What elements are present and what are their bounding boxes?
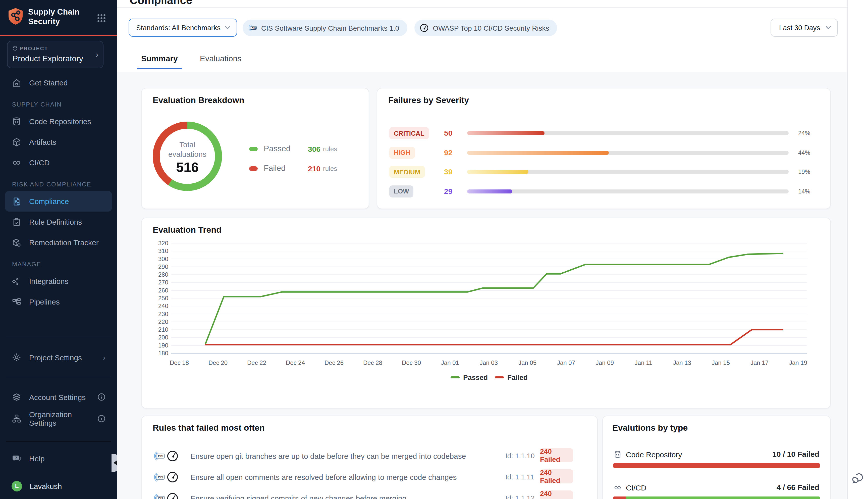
sidebar-item-integrations[interactable]: Integrations — [5, 271, 112, 291]
svg-text:Jan 19: Jan 19 — [789, 359, 807, 366]
card-title: Evaluation Trend — [153, 225, 222, 235]
sidebar-item-label: Code Repositories — [29, 117, 91, 126]
legend-swatch-failed — [249, 166, 258, 171]
sidebar-item-label: Rule Definitions — [29, 218, 82, 226]
cis-badge-icon: CIS — [248, 23, 257, 33]
donut-center-label: Total evaluations 516 — [150, 140, 225, 175]
svg-text:240: 240 — [158, 303, 168, 309]
legend-row-failed: Failed210rules — [249, 163, 337, 173]
svg-text:Jan 15: Jan 15 — [712, 359, 730, 366]
by-type-value: 10 / 10 Failed — [772, 450, 819, 458]
sidebar-section-label: MANAGE — [12, 261, 105, 268]
benchmark-chip-cis-software-supply-[interactable]: CISCIS Software Supply Chain Benchmarks … — [243, 20, 407, 36]
svg-text:300: 300 — [158, 256, 168, 262]
sidebar-divider — [6, 336, 111, 336]
pipelines-icon — [12, 297, 22, 307]
sidebar-item-ci-cd[interactable]: CI/CD — [5, 152, 112, 173]
svg-text:180: 180 — [158, 350, 168, 356]
header-divider — [117, 7, 848, 8]
card-rules-failed: Rules that failed most often CISEnsure o… — [141, 416, 598, 499]
sidebar-nav: Get StartedSUPPLY CHAINCode Repositories… — [5, 72, 112, 312]
chat-bubbles-icon[interactable] — [851, 472, 864, 485]
sidebar-item-account-settings[interactable]: Account Settings — [5, 387, 112, 406]
gear-icon — [12, 352, 22, 362]
sidebar-item-help[interactable]: ? Help — [5, 449, 112, 468]
svg-text:190: 190 — [158, 342, 168, 349]
by-type-bar-failed — [613, 463, 820, 468]
severity-percent: 44% — [798, 149, 810, 156]
severity-row-critical: CRITICAL5024% — [377, 126, 830, 140]
sidebar-item-label: Pipelines — [29, 297, 60, 306]
owasp-icon — [166, 492, 179, 499]
sidebar-user[interactable]: L Lavakush — [5, 476, 112, 496]
sidebar-item-code-repositories[interactable]: Code Repositories — [5, 111, 112, 132]
standards-filter-dropdown[interactable]: Standards: All Benchmarks — [128, 19, 237, 37]
sidebar-item-compliance[interactable]: Compliance — [5, 191, 112, 211]
svg-text:220: 220 — [158, 318, 168, 325]
svg-text:Failed: Failed — [507, 374, 528, 381]
svg-text:Dec 26: Dec 26 — [324, 359, 344, 366]
svg-text:CIS: CIS — [158, 454, 163, 458]
cis-badge-icon: CIS — [153, 492, 165, 499]
sidebar-item-project-settings[interactable]: Project Settings › — [5, 348, 112, 367]
card-failures-by-severity: Failures by Severity CRITICAL5024%HIGH92… — [377, 88, 831, 209]
sidebar-item-artifacts[interactable]: Artifacts — [5, 132, 112, 152]
tab-summary[interactable]: Summary — [141, 54, 178, 69]
rule-id: Id: 1.1.10 — [505, 452, 535, 460]
chip-label: OWASP Top 10 CI/CD Security Risks — [433, 24, 549, 32]
legend-swatch-passed — [249, 146, 258, 151]
rule-row-3[interactable]: CISEnsure verifying signed commits of ne… — [142, 490, 597, 499]
by-type-name: CI/CD — [626, 483, 646, 492]
date-range-dropdown[interactable]: Last 30 Days — [771, 19, 838, 37]
severity-bar-track — [467, 150, 789, 155]
sidebar-divider — [6, 376, 111, 376]
by-type-bar — [613, 463, 820, 468]
severity-count: 39 — [444, 167, 452, 176]
card-title: Failures by Severity — [388, 96, 469, 106]
project-selector[interactable]: PROJECT Product Exploratory › — [7, 41, 103, 68]
severity-percent: 19% — [798, 168, 810, 175]
svg-text:Jan 11: Jan 11 — [635, 359, 652, 366]
sidebar-item-organization-settings[interactable]: Organization Settings — [5, 409, 112, 428]
svg-text:200: 200 — [158, 334, 168, 341]
clipboard-check-icon — [12, 217, 22, 227]
severity-bar-fill — [467, 150, 609, 155]
svg-text:Passed: Passed — [463, 374, 488, 381]
rule-text: Ensure verifying signed commits of new c… — [190, 494, 406, 499]
by-type-bar-passed — [626, 497, 820, 499]
sidebar-item-rule-definitions[interactable]: Rule Definitions — [5, 211, 112, 232]
by-type-label-ci-cd: CI/CD — [613, 482, 646, 493]
rule-row-1[interactable]: CISEnsure open git branches are up to da… — [142, 448, 597, 465]
rule-failed-badge: 240 Failed — [540, 490, 573, 499]
svg-text:Dec 28: Dec 28 — [363, 359, 382, 366]
total-evaluations-value: 516 — [150, 160, 225, 175]
rule-row-2[interactable]: CISEnsure all open comments are resolved… — [142, 469, 597, 486]
artifact-box-icon — [12, 137, 22, 147]
rule-id: Id: 1.1.12 — [505, 494, 535, 499]
severity-count: 50 — [444, 129, 452, 137]
sidebar-item-get-started[interactable]: Get Started — [5, 72, 112, 93]
owasp-icon — [419, 23, 429, 33]
scrollbar-gutter[interactable] — [847, 0, 868, 499]
benchmark-chip-owasp-top-10-ci-cd-s[interactable]: OWASP Top 10 CI/CD Security Risks — [414, 20, 557, 36]
card-title: Evaluation Breakdown — [153, 96, 244, 106]
project-cube-icon — [12, 45, 18, 51]
app-grid-icon[interactable] — [97, 14, 106, 23]
sidebar-item-pipelines[interactable]: Pipelines — [5, 291, 112, 312]
home-icon — [12, 78, 22, 88]
sidebar-item-label: Remediation Tracker — [29, 238, 99, 247]
legend-unit: rules — [323, 165, 337, 172]
sidebar-item-remediation-tracker[interactable]: Remediation Tracker — [5, 232, 112, 253]
evaluation-trend-chart: 3203103002902802702602502402302202102001… — [151, 235, 824, 401]
remediation-box-icon — [12, 238, 22, 247]
card-title: Evalutions by type — [612, 423, 688, 433]
tab-bar: SummaryEvaluations — [141, 54, 241, 69]
svg-text:Jan 05: Jan 05 — [518, 359, 536, 366]
sidebar-item-label: Artifacts — [29, 138, 56, 146]
rule-text: Ensure all open comments are resolved be… — [190, 473, 457, 482]
severity-percent: 14% — [798, 188, 810, 195]
tab-evaluations[interactable]: Evaluations — [200, 54, 241, 69]
severity-row-low: LOW2914% — [377, 184, 830, 198]
sidebar-section-label: SUPPLY CHAIN — [12, 101, 105, 108]
legend-value: 306 — [308, 145, 321, 153]
